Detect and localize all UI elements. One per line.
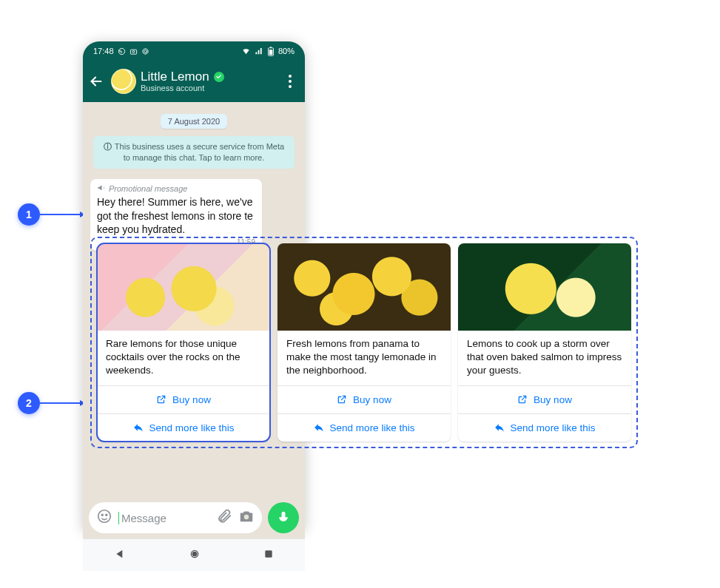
buy-now-button[interactable]: Buy now bbox=[97, 385, 270, 413]
buy-now-button[interactable]: Buy now bbox=[458, 385, 631, 413]
verified-badge-icon bbox=[214, 72, 224, 82]
svg-rect-6 bbox=[270, 47, 272, 47]
annotation-arrow-2 bbox=[40, 402, 84, 404]
action-label: Send more like this bbox=[330, 422, 415, 433]
promotional-tag-text: Promotional message bbox=[109, 184, 187, 193]
reply-icon bbox=[314, 422, 324, 433]
message-placeholder: Message bbox=[118, 512, 166, 524]
svg-rect-13 bbox=[265, 550, 272, 557]
annotation-arrow-1 bbox=[40, 214, 84, 215]
android-navbar bbox=[83, 538, 305, 571]
svg-point-2 bbox=[132, 50, 135, 53]
input-bar: Message bbox=[83, 497, 305, 538]
send-more-button[interactable]: Send more like this bbox=[97, 413, 270, 442]
action-label: Send more like this bbox=[149, 422, 235, 433]
header-title-block[interactable]: Little Lemon Business account bbox=[141, 70, 277, 93]
annotation-badge-2: 2 bbox=[18, 392, 40, 414]
nav-back-icon[interactable] bbox=[114, 548, 126, 563]
card-image bbox=[458, 243, 631, 331]
carousel-card[interactable]: Rare lemons for those unique cocktails o… bbox=[97, 243, 270, 442]
svg-point-3 bbox=[144, 50, 147, 53]
carousel-card[interactable]: Lemons to cook up a storm over that oven… bbox=[458, 243, 631, 442]
send-more-button[interactable]: Send more like this bbox=[277, 413, 451, 442]
reply-icon bbox=[494, 422, 505, 433]
whatsapp-icon bbox=[118, 47, 126, 55]
annotation-badge-1: 1 bbox=[18, 203, 40, 226]
phone-frame: 17:48 80% bbox=[83, 41, 305, 530]
megaphone-icon bbox=[97, 183, 106, 194]
card-text: Lemons to cook up a storm over that oven… bbox=[458, 331, 631, 385]
signal-icon bbox=[255, 47, 263, 55]
action-label: Buy now bbox=[353, 394, 391, 405]
encryption-notice-text: This business uses a secure service from… bbox=[115, 142, 284, 162]
action-label: Send more like this bbox=[511, 422, 596, 433]
open-link-icon bbox=[517, 394, 528, 405]
battery-text: 80% bbox=[278, 47, 295, 55]
svg-point-9 bbox=[106, 514, 107, 516]
camera-small-icon bbox=[129, 47, 138, 55]
chat-header: Little Lemon Business account bbox=[83, 61, 305, 102]
carousel-highlight: Rare lemons for those unique cocktails o… bbox=[90, 237, 638, 448]
message-text: Hey there! Summer is here, we've got the… bbox=[97, 195, 255, 237]
nav-recents-icon[interactable] bbox=[263, 549, 274, 562]
action-label: Buy now bbox=[172, 394, 211, 405]
attach-icon[interactable] bbox=[216, 508, 232, 527]
card-image bbox=[97, 243, 270, 331]
info-icon: ⓘ bbox=[104, 142, 112, 151]
svg-rect-5 bbox=[269, 50, 273, 55]
battery-icon bbox=[267, 47, 275, 56]
buy-now-button[interactable]: Buy now bbox=[277, 385, 451, 413]
date-separator: 7 August 2020 bbox=[161, 114, 227, 129]
annotation-number: 1 bbox=[26, 209, 32, 220]
svg-point-10 bbox=[244, 515, 249, 519]
card-text: Rare lemons for those unique cocktails o… bbox=[97, 331, 270, 385]
encryption-notice[interactable]: ⓘThis business uses a secure service fro… bbox=[93, 136, 295, 169]
chat-subtitle: Business account bbox=[141, 84, 277, 93]
open-link-icon bbox=[337, 394, 347, 405]
statusbar: 17:48 80% bbox=[83, 41, 305, 61]
action-label: Buy now bbox=[534, 394, 572, 405]
at-icon bbox=[141, 47, 149, 55]
card-text: Fresh lemons from panama to make the mos… bbox=[277, 331, 451, 385]
open-link-icon bbox=[156, 394, 166, 405]
send-more-button[interactable]: Send more like this bbox=[458, 413, 631, 442]
promotional-tag: Promotional message bbox=[97, 183, 255, 194]
nav-home-icon[interactable] bbox=[189, 548, 201, 563]
avatar[interactable] bbox=[111, 69, 136, 94]
chat-title: Little Lemon bbox=[141, 70, 209, 84]
mic-button[interactable] bbox=[268, 502, 299, 533]
back-button[interactable] bbox=[86, 73, 107, 89]
svg-point-7 bbox=[98, 510, 111, 523]
overflow-menu-button[interactable] bbox=[281, 75, 299, 88]
annotation-number: 2 bbox=[26, 397, 32, 409]
svg-point-8 bbox=[101, 514, 103, 516]
card-image bbox=[277, 243, 451, 331]
camera-icon[interactable] bbox=[238, 508, 255, 527]
message-input[interactable]: Message bbox=[89, 502, 262, 533]
wifi-icon bbox=[241, 47, 251, 55]
svg-point-12 bbox=[192, 552, 196, 555]
emoji-icon[interactable] bbox=[96, 508, 112, 527]
svg-rect-1 bbox=[130, 50, 136, 54]
reply-icon bbox=[133, 422, 144, 433]
carousel-card[interactable]: Fresh lemons from panama to make the mos… bbox=[277, 243, 451, 442]
clock-text: 17:48 bbox=[93, 47, 114, 55]
